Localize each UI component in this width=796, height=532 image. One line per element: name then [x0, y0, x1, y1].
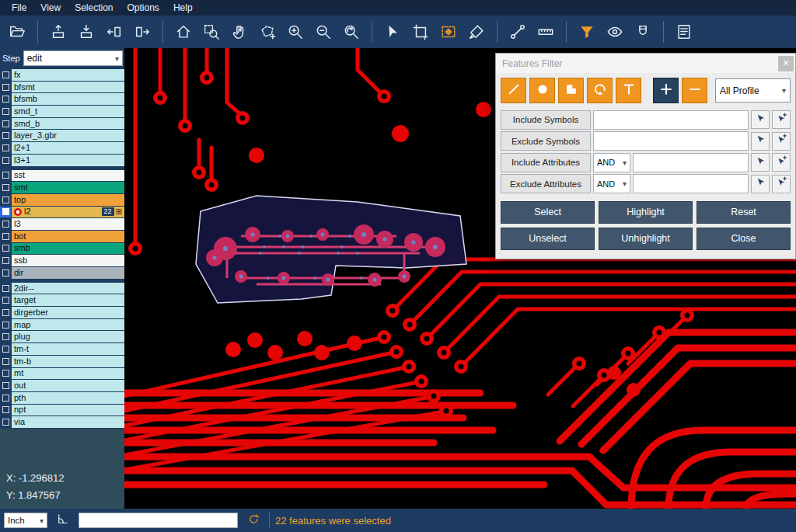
transform-select-button[interactable] — [435, 19, 462, 45]
zoom-in-button[interactable] — [282, 19, 309, 45]
exclude-symbols-input[interactable] — [593, 131, 749, 151]
pan-hand-button[interactable] — [226, 19, 253, 45]
text-feature-button[interactable] — [616, 78, 641, 103]
command-input[interactable] — [79, 513, 238, 528]
import-top-button[interactable] — [73, 19, 100, 45]
layer-name[interactable]: l3+1 — [12, 155, 124, 166]
layer-visibility-checkbox[interactable] — [0, 194, 11, 206]
layer-visibility-checkbox[interactable] — [0, 331, 11, 342]
layer-name[interactable]: target — [12, 294, 124, 306]
dialog-close-button[interactable]: ✕ — [778, 56, 794, 71]
layer-name[interactable]: plug — [12, 331, 124, 342]
layer-name[interactable]: tm-t — [12, 343, 124, 355]
exclude-attributes-input[interactable] — [633, 174, 749, 193]
layer-name[interactable]: sst — [12, 170, 124, 182]
layer-name[interactable]: map — [12, 319, 124, 331]
crop-select-button[interactable] — [407, 19, 434, 45]
layer-name[interactable]: smt — [12, 182, 124, 193]
export-top-button[interactable] — [45, 19, 72, 45]
filter-funnel-button[interactable] — [574, 19, 600, 45]
layer-visibility-checkbox[interactable] — [0, 182, 11, 193]
layer-visibility-checkbox[interactable] — [0, 380, 11, 391]
pick-add-button[interactable] — [772, 132, 791, 151]
layer-visibility-checkbox[interactable] — [0, 142, 11, 154]
magnet-button[interactable] — [630, 19, 656, 45]
layer-name[interactable]: pth — [12, 392, 124, 404]
layer-visibility-checkbox[interactable] — [0, 106, 11, 117]
layer-visibility-checkbox[interactable] — [0, 93, 11, 105]
layer-name[interactable]: 2dir-- — [12, 283, 124, 294]
layer-visibility-checkbox[interactable] — [0, 405, 11, 416]
zoom-area-button[interactable] — [198, 19, 225, 45]
layer-name[interactable]: smd_t — [12, 106, 124, 117]
layer-visibility-checkbox[interactable] — [0, 368, 11, 380]
unhighlight-button[interactable]: Unhighlight — [599, 228, 693, 250]
zoom-fit-button[interactable] — [338, 19, 365, 45]
layer-name[interactable]: bfsmt — [12, 82, 124, 93]
measure-line-button[interactable] — [504, 19, 531, 45]
layer-name[interactable]: dirgerber — [12, 307, 124, 318]
layer-name[interactable]: l2+1 — [12, 142, 124, 154]
layer-name[interactable]: top — [12, 194, 124, 206]
reset-button[interactable]: Reset — [696, 201, 791, 224]
layer-visibility-checkbox[interactable] — [0, 218, 11, 230]
layer-visibility-checkbox[interactable] — [0, 307, 11, 318]
ruler-button[interactable] — [532, 19, 559, 45]
layer-visibility-checkbox[interactable] — [0, 392, 11, 404]
layer-name[interactable]: mt — [12, 368, 124, 380]
export-right-button[interactable] — [129, 19, 155, 45]
pick-add-button[interactable] — [772, 153, 791, 172]
menu-view[interactable]: View — [33, 1, 68, 15]
pad-feature-button[interactable] — [529, 78, 555, 103]
layer-visibility-checkbox[interactable] — [0, 267, 11, 279]
paint-brush-button[interactable] — [463, 19, 490, 45]
layer-visibility-checkbox[interactable] — [0, 416, 11, 428]
layer-name[interactable]: ssb — [12, 255, 124, 266]
import-left-button[interactable] — [101, 19, 127, 45]
layer-visibility-checkbox[interactable] — [0, 255, 11, 266]
layer-name[interactable]: npt — [12, 405, 124, 416]
highlight-button[interactable]: Highlight — [599, 201, 693, 224]
positive-polarity-button[interactable] — [653, 78, 679, 103]
zoom-out-button[interactable] — [310, 19, 337, 45]
layer-visibility-checkbox[interactable] — [0, 343, 11, 355]
layer-visibility-checkbox[interactable] — [0, 170, 11, 182]
layer-visibility-checkbox[interactable] — [0, 118, 11, 130]
layer-visibility-checkbox[interactable] — [0, 231, 11, 242]
layer-name[interactable]: dir — [12, 267, 124, 279]
layer-name[interactable]: smd_b — [12, 118, 124, 130]
layer-name[interactable]: out — [12, 380, 124, 391]
logic-select[interactable]: AND▾ — [593, 174, 630, 193]
refresh-button[interactable] — [243, 511, 264, 530]
select-cursor-button[interactable] — [379, 19, 406, 45]
step-select[interactable]: edit ▾ — [23, 50, 123, 66]
layer-visibility-checkbox[interactable] — [0, 82, 11, 93]
line-feature-button[interactable] — [501, 78, 526, 103]
dialog-titlebar[interactable]: Features Filter ✕ — [496, 54, 795, 73]
pick-from-graphics-button[interactable] — [751, 132, 770, 151]
exclude-symbols-button[interactable]: Exclude Symbols — [501, 131, 591, 151]
layer-name[interactable]: layer_3.gbr — [12, 130, 124, 141]
lasso-select-button[interactable] — [254, 19, 281, 45]
include-symbols-button[interactable]: Include Symbols — [501, 110, 591, 130]
open-folder-button[interactable] — [4, 19, 30, 45]
include-symbols-input[interactable] — [593, 110, 749, 130]
surface-feature-button[interactable] — [558, 78, 584, 103]
layer-visibility-checkbox[interactable] — [0, 356, 11, 367]
layer-visibility-checkbox[interactable] — [0, 155, 11, 166]
negative-polarity-button[interactable] — [682, 78, 707, 103]
layer-visibility-checkbox[interactable] — [0, 319, 11, 331]
select-button[interactable]: Select — [501, 201, 595, 224]
unselect-button[interactable]: Unselect — [501, 228, 595, 250]
layer-visibility-checkbox[interactable] — [0, 130, 11, 141]
layer-visibility-checkbox[interactable] — [0, 283, 11, 294]
pick-add-button[interactable] — [772, 175, 791, 193]
layer-visibility-checkbox[interactable] — [0, 294, 11, 306]
layer-name[interactable]: bfsmb — [12, 93, 124, 105]
home-button[interactable] — [170, 19, 197, 45]
log-panel-button[interactable] — [671, 19, 697, 45]
include-attributes-button[interactable]: Include Attributes — [501, 153, 591, 172]
layer-name[interactable]: bot — [12, 231, 124, 242]
layer-visibility-checkbox[interactable] — [0, 69, 11, 81]
layer-name[interactable]: tm-b — [12, 356, 124, 367]
